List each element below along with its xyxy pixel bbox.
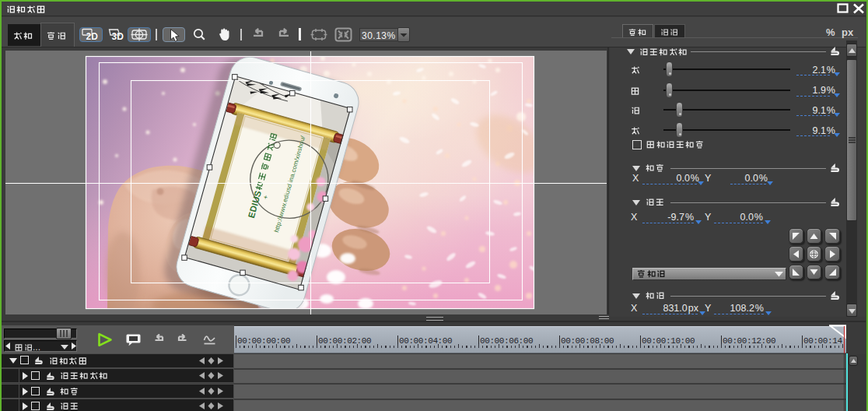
svg-text:2D: 2D [86,31,99,42]
svg-text:3D: 3D [112,31,124,42]
